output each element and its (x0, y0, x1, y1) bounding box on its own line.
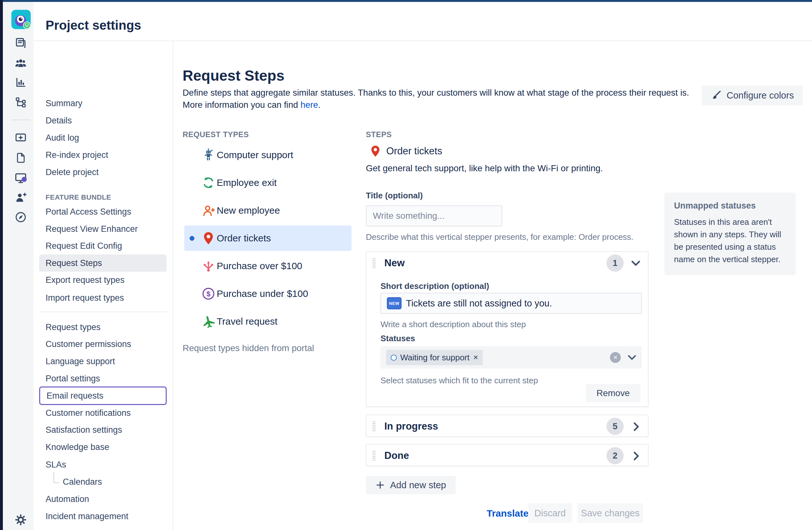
app-logo[interactable] (11, 10, 31, 29)
nav-section-feature-bundle: FEATURE BUNDLE (46, 193, 111, 202)
step-card-new: New 1 Short description (optional) NEW T… (366, 251, 649, 407)
unmapped-statuses-body: Statuses in this area aren't shown in an… (674, 216, 786, 266)
nav-item-summary[interactable]: Summary (39, 95, 167, 112)
statuses-select[interactable]: Waiting for support ✕ ✕ (380, 346, 642, 368)
statuses-helper: Select statuses which fit to the current… (380, 376, 538, 386)
chevron-right-icon[interactable] (634, 451, 639, 462)
drag-handle-icon[interactable] (372, 420, 376, 434)
step-name: New (384, 257, 405, 269)
branch-arrows-icon (201, 259, 215, 273)
plus-icon (375, 480, 385, 490)
drag-handle-icon[interactable] (372, 257, 376, 270)
window-left-edge (0, 0, 3, 530)
nav-item-request-steps[interactable]: Request Steps (39, 254, 167, 272)
compass-icon (14, 211, 27, 224)
nav-item-email-requests[interactable]: Email requests (39, 387, 167, 405)
title-input[interactable] (366, 205, 502, 226)
translate-button[interactable]: Translate (487, 504, 529, 522)
chevron-down-icon[interactable] (628, 355, 636, 360)
nav-item-audit-log[interactable]: Audit log (39, 129, 167, 147)
step-card-in-progress[interactable]: In progress 5 (366, 415, 649, 437)
nav-item-portal-settings[interactable]: Portal settings (39, 370, 167, 387)
nav-item-request-types[interactable]: Request types (39, 319, 167, 336)
nav-item-export-request-types[interactable]: Export request types (39, 271, 167, 289)
bar-chart-icon (14, 76, 27, 89)
hidden-request-types-section[interactable]: Request types hidden from portal (183, 343, 314, 353)
discard-button[interactable]: Discard (528, 503, 572, 523)
unmapped-statuses-title: Unmapped statuses (674, 201, 786, 211)
document-icon (15, 152, 27, 164)
clear-all-icon[interactable]: ✕ (610, 352, 621, 363)
more-info-link[interactable]: here (301, 100, 318, 110)
rail-reports-button[interactable] (12, 74, 30, 90)
nav-item-language-support[interactable]: Language support (39, 353, 167, 370)
paintbrush-icon (711, 90, 722, 101)
rail-add-card-button[interactable] (12, 129, 30, 146)
add-new-step-button[interactable]: Add new step (366, 476, 456, 494)
status-category-icon (391, 354, 397, 361)
plane-icon (201, 315, 215, 329)
request-type-order-tickets[interactable]: Order tickets (184, 225, 351, 251)
new-emoji-icon: NEW (387, 297, 402, 309)
section-title: Request Steps (183, 67, 285, 84)
nav-item-customer-notifications[interactable]: Customer notifications (39, 404, 167, 422)
rail-workflows-button[interactable] (12, 94, 30, 111)
title-helper: Describe what this vertical stepper pres… (366, 232, 634, 242)
svg-text:$: $ (206, 290, 211, 298)
nav-item-portal-access-settings[interactable]: Portal Access Settings (39, 203, 167, 220)
drag-handle-icon[interactable] (372, 450, 376, 463)
workflow-tree-icon (14, 96, 27, 109)
chevron-right-icon[interactable] (634, 422, 639, 432)
remove-tag-icon[interactable]: ✕ (473, 354, 478, 361)
tree-connector (54, 472, 59, 483)
rail-settings-button[interactable] (12, 512, 30, 528)
step-card-header[interactable]: New 1 (366, 252, 648, 274)
nav-item-automation[interactable]: Automation (39, 490, 167, 508)
request-type-new-employee[interactable]: New employee (184, 198, 351, 223)
configure-colors-button[interactable]: Configure colors (702, 85, 803, 105)
nav-divider (39, 311, 167, 312)
steps-label: STEPS (366, 130, 392, 139)
rail-document-button[interactable] (12, 150, 30, 166)
rail-portal-button[interactable] (12, 170, 30, 186)
queues-icon (14, 37, 27, 50)
nav-item-request-edit-config[interactable]: Request Edit Config (39, 237, 167, 254)
save-changes-button[interactable]: Save changes (578, 503, 643, 523)
rail-invite-user-button[interactable] (12, 189, 30, 206)
gear-icon (14, 513, 27, 526)
step-name: Done (384, 450, 409, 461)
nav-item-satisfaction-settings[interactable]: Satisfaction settings (39, 421, 167, 438)
status-tag[interactable]: Waiting for support ✕ (386, 350, 483, 365)
short-description-label: Short description (optional) (380, 281, 489, 291)
nav-item-calendars[interactable]: Calendars (39, 473, 167, 490)
step-card-done[interactable]: Done 2 (366, 444, 649, 466)
nav-item-knowledge-base[interactable]: Knowledge base (39, 438, 167, 456)
unmapped-statuses-panel: Unmapped statuses Statuses in this area … (665, 193, 796, 275)
app-window: Project settings Summary Details Audit l… (0, 0, 812, 530)
rail-queues-button[interactable] (12, 35, 30, 51)
chevron-down-icon[interactable] (631, 261, 640, 267)
people-icon (14, 57, 27, 70)
remove-step-button[interactable]: Remove (586, 384, 640, 402)
person-plus-icon (14, 191, 27, 204)
request-type-employee-exit[interactable]: Employee exit (184, 170, 351, 195)
nav-item-incident-management[interactable]: Incident management (39, 508, 167, 525)
request-type-travel-request[interactable]: Travel request (184, 309, 351, 334)
monitor-badge-icon (14, 171, 27, 185)
project-settings-nav: Summary Details Audit log Re-index proje… (33, 41, 173, 530)
rail-discover-button[interactable] (12, 209, 30, 225)
request-type-purchase-under-100[interactable]: $ Purchase under $100 (184, 281, 351, 306)
nav-item-import-request-types[interactable]: Import request types (39, 289, 167, 306)
person-add-icon (201, 204, 215, 218)
request-type-computer-support[interactable]: Computer support (184, 142, 351, 168)
rail-customers-button[interactable] (12, 55, 30, 72)
nav-item-delete-project[interactable]: Delete project (39, 164, 167, 181)
rail-divider (11, 120, 30, 120)
nav-item-slas[interactable]: SLAs (39, 456, 167, 473)
request-type-purchase-over-100[interactable]: Purchase over $100 (184, 253, 351, 279)
nav-item-request-view-enhancer[interactable]: Request View Enhancer (39, 220, 167, 238)
short-description-input[interactable]: NEW Tickets are still not assigned to yo… (380, 293, 642, 314)
nav-item-customer-permissions[interactable]: Customer permissions (39, 335, 167, 353)
nav-item-details[interactable]: Details (39, 112, 167, 129)
nav-item-reindex-project[interactable]: Re-index project (39, 147, 167, 164)
